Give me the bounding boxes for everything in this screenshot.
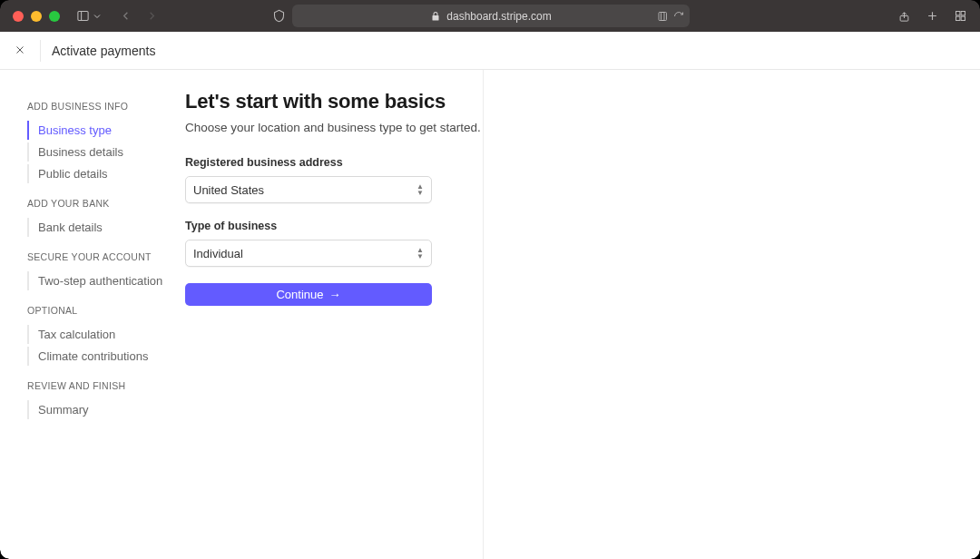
window-close-dot[interactable] — [13, 11, 24, 22]
sidebar-item-bank-details[interactable]: Bank details — [27, 218, 185, 237]
svg-rect-0 — [78, 12, 88, 21]
page-header: Activate payments — [0, 32, 980, 70]
nav-section-title: OPTIONAL — [27, 305, 185, 316]
page-title: Activate payments — [52, 44, 155, 58]
svg-rect-10 — [956, 16, 960, 20]
sidebar-item-label: Tax calculation — [38, 328, 115, 341]
business-type-value: Individual — [193, 247, 243, 260]
divider — [40, 40, 41, 62]
heading: Let's start with some basics — [185, 90, 432, 113]
sidebar-item-label: Bank details — [38, 221, 103, 234]
sidebar-item-label: Climate contributions — [38, 349, 148, 363]
window-minimize-dot[interactable] — [31, 11, 42, 22]
country-select-value: United States — [193, 183, 264, 197]
type-label: Type of business — [185, 220, 432, 232]
lock-icon — [430, 11, 441, 22]
new-tab-icon[interactable] — [926, 9, 939, 23]
svg-rect-9 — [961, 12, 965, 15]
nav-forward-button[interactable] — [145, 9, 159, 23]
nav-section-title: ADD YOUR BANK — [27, 198, 185, 209]
reader-icon[interactable] — [657, 11, 668, 22]
sidebar-toggle-button[interactable] — [76, 9, 103, 23]
sidebar-item-two-step-auth[interactable]: Two-step authentication — [27, 271, 185, 290]
svg-rect-2 — [659, 12, 664, 20]
chevron-up-down-icon: ▲▼ — [416, 248, 424, 260]
continue-label: Continue — [276, 288, 323, 301]
sidebar-item-label: Two-step authentication — [38, 274, 162, 288]
sidebar-item-business-details[interactable]: Business details — [27, 142, 185, 162]
address-url: dashboard.stripe.com — [446, 10, 551, 23]
main-form: Let's start with some basics Choose your… — [185, 70, 459, 559]
privacy-shield-icon[interactable] — [272, 9, 286, 23]
share-icon[interactable] — [897, 9, 911, 23]
sidebar-item-label: Business details — [38, 145, 123, 159]
sidebar-item-summary[interactable]: Summary — [27, 400, 185, 419]
address-bar[interactable]: dashboard.stripe.com — [292, 5, 690, 27]
address-label: Registered business address — [185, 156, 432, 169]
chevron-up-down-icon: ▲▼ — [416, 184, 424, 196]
close-icon[interactable] — [11, 39, 29, 63]
sidebar-item-tax-calculation[interactable]: Tax calculation — [27, 325, 185, 344]
left-navigation: ADD BUSINESS INFO Business type Business… — [0, 70, 185, 559]
svg-rect-8 — [956, 12, 960, 15]
browser-title-bar: dashboard.stripe.com — [0, 0, 980, 32]
nav-section-title: REVIEW AND FINISH — [27, 380, 185, 391]
refresh-icon[interactable] — [673, 11, 684, 22]
sidebar-item-label: Summary — [38, 403, 89, 417]
nav-section-title: SECURE YOUR ACCOUNT — [27, 251, 185, 262]
nav-back-button[interactable] — [119, 9, 132, 23]
tabs-overview-icon[interactable] — [954, 9, 967, 23]
continue-button[interactable]: Continue → — [185, 283, 432, 306]
subheading: Choose your location and business type t… — [185, 121, 432, 134]
country-select[interactable]: United States ▲▼ — [185, 176, 432, 203]
arrow-right-icon: → — [329, 288, 341, 301]
sidebar-item-business-type[interactable]: Business type — [27, 121, 185, 140]
nav-section-title: ADD BUSINESS INFO — [27, 101, 185, 112]
right-preview-pane — [483, 70, 980, 559]
sidebar-item-label: Business type — [38, 123, 112, 137]
window-zoom-dot[interactable] — [49, 11, 60, 22]
sidebar-item-climate-contributions[interactable]: Climate contributions — [27, 347, 185, 366]
sidebar-item-public-details[interactable]: Public details — [27, 164, 185, 183]
svg-rect-11 — [961, 16, 965, 20]
window-controls — [13, 11, 60, 22]
svg-rect-3 — [662, 12, 667, 20]
sidebar-item-label: Public details — [38, 167, 108, 181]
business-type-select[interactable]: Individual ▲▼ — [185, 240, 432, 267]
